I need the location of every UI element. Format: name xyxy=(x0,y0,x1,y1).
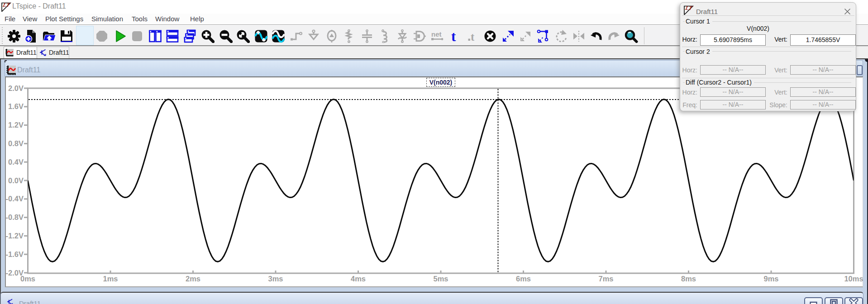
svg-text:LT: LT xyxy=(2,2,11,9)
svg-text:-0.4V: -0.4V xyxy=(6,195,24,203)
svg-text:0.8V: 0.8V xyxy=(8,139,24,147)
svg-text:2.0V: 2.0V xyxy=(8,84,24,92)
svg-text:t: t xyxy=(471,31,475,43)
svg-text:3ms: 3ms xyxy=(268,275,283,283)
svg-text:1.2V: 1.2V xyxy=(8,121,24,129)
svg-text:-1.2V: -1.2V xyxy=(6,232,24,240)
svg-text:t: t xyxy=(451,29,456,43)
svg-text:5ms: 5ms xyxy=(433,275,448,283)
svg-text:10ms: 10ms xyxy=(844,275,863,283)
svg-text:2ms: 2ms xyxy=(186,275,200,283)
svg-text:1ms: 1ms xyxy=(103,275,118,283)
svg-text:7ms: 7ms xyxy=(598,275,613,283)
svg-text:0ms: 0ms xyxy=(20,275,35,283)
svg-text:8ms: 8ms xyxy=(681,275,696,283)
svg-text:0.4V: 0.4V xyxy=(8,158,24,166)
svg-text:-0.8V: -0.8V xyxy=(6,213,24,221)
svg-text:6ms: 6ms xyxy=(516,275,531,283)
svg-text:0.0V: 0.0V xyxy=(8,176,24,185)
svg-text:9ms: 9ms xyxy=(763,275,778,283)
svg-text:-1.6V: -1.6V xyxy=(6,250,24,258)
svg-text:net: net xyxy=(431,30,442,38)
svg-text:4ms: 4ms xyxy=(351,275,366,283)
svg-text:LT: LT xyxy=(684,5,694,12)
svg-text:1.6V: 1.6V xyxy=(8,102,24,110)
